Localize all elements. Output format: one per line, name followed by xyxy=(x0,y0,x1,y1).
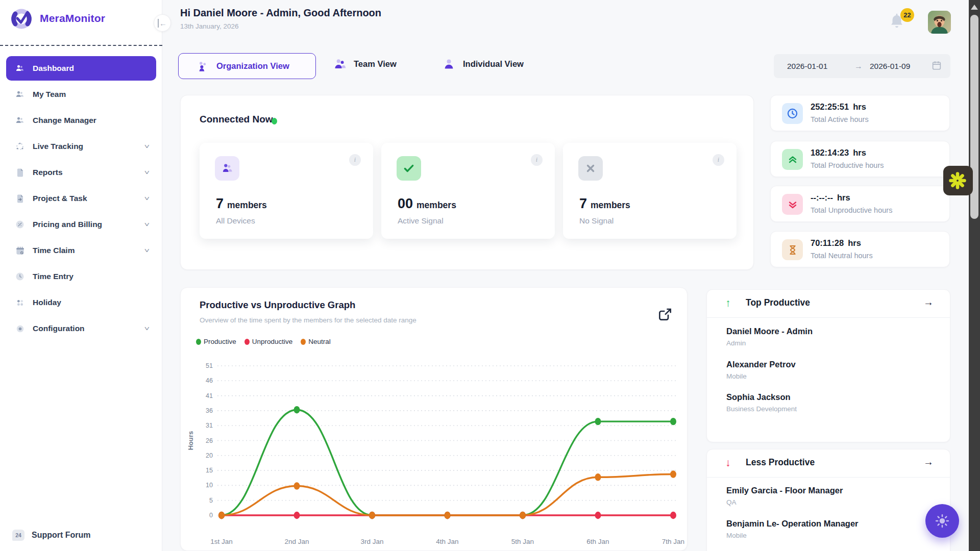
sidebar-item-time-claim[interactable]: Time Claim ˅ xyxy=(6,238,156,263)
stat-label: Total Neutral hours xyxy=(811,252,873,260)
people-icon xyxy=(215,156,239,181)
active-signal-card[interactable]: i 00members Active Signal xyxy=(381,143,555,239)
stat-value: 252:25:51hrs xyxy=(811,102,866,112)
svg-text:31: 31 xyxy=(206,422,213,429)
productive-vs-unproductive-chart-card: Productive vs Unproductive Graph Overvie… xyxy=(180,287,688,551)
list-item[interactable]: Daniel Moore - Admin Admin xyxy=(726,327,813,347)
svg-text:20: 20 xyxy=(206,452,213,459)
svg-text:36: 36 xyxy=(206,407,213,414)
sidebar-item-my-team[interactable]: My Team xyxy=(6,82,156,107)
live-tracking-icon xyxy=(14,141,26,152)
svg-text:41: 41 xyxy=(206,392,213,399)
date-range-picker[interactable]: 2026-01-01 → 2026-01-09 xyxy=(774,54,950,78)
people-icon xyxy=(14,115,26,126)
date-range-start[interactable]: 2026-01-01 xyxy=(787,62,847,71)
sidebar-nav: Dashboard My Team Change Manager xyxy=(6,56,156,342)
arrow-right-icon[interactable]: → xyxy=(923,456,934,468)
info-icon[interactable]: i xyxy=(531,154,543,166)
user-avatar[interactable] xyxy=(928,11,951,34)
member-role: Admin xyxy=(726,339,813,347)
svg-text:3rd Jan: 3rd Jan xyxy=(360,538,383,545)
less-productive-card: ↓ Less Productive → Emily Garcia - Floor… xyxy=(706,449,950,551)
stat-value: --:--:--hrs xyxy=(811,193,850,203)
tab-label: Individual View xyxy=(463,59,524,69)
member-name: Alexander Petrov xyxy=(726,360,796,369)
sidebar-item-support-forum[interactable]: 24 Support Forum xyxy=(12,530,91,541)
page-scrollbar[interactable] xyxy=(969,0,980,551)
hourglass-icon xyxy=(782,239,803,260)
line-chart: 051015202631364146511st Jan2nd Jan3rd Ja… xyxy=(185,353,688,547)
dashboard-page: MeraMonitor Dashboard My Team xyxy=(0,0,980,551)
arrow-down-icon: ↓ xyxy=(725,457,731,469)
calendar-check-icon xyxy=(14,245,26,256)
project-file-icon xyxy=(14,193,26,204)
top-productive-title: Top Productive xyxy=(746,297,810,308)
svg-text:6th Jan: 6th Jan xyxy=(586,538,609,545)
member-role: QA xyxy=(726,498,843,506)
app-logo: MeraMonitor xyxy=(9,6,105,31)
all-devices-card[interactable]: i 7members All Devices xyxy=(200,143,373,239)
clock-icon xyxy=(782,103,803,124)
sidebar-item-holiday[interactable]: Holiday xyxy=(6,290,156,315)
member-role: Business Development xyxy=(726,405,797,413)
sidebar-item-pricing-billing[interactable]: Pricing and Billing ˅ xyxy=(6,212,156,237)
sidebar-item-dashboard[interactable]: Dashboard xyxy=(6,56,156,81)
app-name: MeraMonitor xyxy=(40,12,105,24)
chevron-down-icon: ˅ xyxy=(144,169,150,177)
stat-label: Total Productive hours xyxy=(811,161,884,169)
meramonitor-logo-icon xyxy=(9,6,34,31)
online-status-dot xyxy=(272,118,277,124)
sidebar-item-label: Holiday xyxy=(33,298,61,307)
date-range-end[interactable]: 2026-01-09 xyxy=(870,62,930,71)
member-name: Benjamin Le- Operation Manager xyxy=(726,519,859,529)
floating-action-button[interactable] xyxy=(925,504,959,538)
list-item[interactable]: Emily Garcia - Floor Manager QA xyxy=(726,486,843,506)
individual-person-icon xyxy=(442,57,456,71)
list-item[interactable]: Alexander Petrov Mobile xyxy=(726,360,796,380)
top-productive-header: ↑ Top Productive → xyxy=(707,290,950,318)
asterisk-icon xyxy=(943,166,973,195)
sidebar-item-time-entry[interactable]: Time Entry xyxy=(6,264,156,289)
connected-now-title: Connected Now xyxy=(200,114,273,125)
notification-count-badge[interactable]: 22 xyxy=(900,8,914,22)
chart-legend: Productive Unproductive Neutral xyxy=(196,338,331,345)
calendar-icon[interactable] xyxy=(931,60,942,73)
info-icon[interactable]: i xyxy=(713,154,724,166)
chevron-down-icon: ˅ xyxy=(144,221,150,229)
list-item[interactable]: Benjamin Le- Operation Manager Mobile xyxy=(726,519,859,539)
card-label: Active Signal xyxy=(398,216,444,226)
total-neutral-hours-card: 70:11:28hrs Total Neutral hours xyxy=(770,231,950,267)
stat-label: Total Unproductive hours xyxy=(811,206,892,214)
sidebar-item-live-tracking[interactable]: Live Tracking ˅ xyxy=(6,134,156,159)
gear-dot-icon xyxy=(14,323,26,334)
tab-label: Organization View xyxy=(216,61,289,71)
scrollbar-up-arrow-icon[interactable] xyxy=(971,5,978,10)
sidebar-item-configuration[interactable]: Configuration ˅ xyxy=(6,316,156,341)
info-icon[interactable]: i xyxy=(349,154,361,166)
less-productive-header: ↓ Less Productive → xyxy=(707,449,950,478)
svg-text:51: 51 xyxy=(206,362,213,369)
arrow-right-icon[interactable]: → xyxy=(923,296,934,308)
sidebar-item-reports[interactable]: Reports ˅ xyxy=(6,160,156,185)
sidebar-item-change-manager[interactable]: Change Manager xyxy=(6,108,156,133)
chart-subtitle: Overview of the time spent by the member… xyxy=(200,316,416,324)
card-label: All Devices xyxy=(216,216,255,226)
organization-people-icon xyxy=(196,60,209,73)
total-unproductive-hours-card: --:--:--hrs Total Unproductive hours xyxy=(770,186,950,222)
external-link-icon[interactable] xyxy=(657,306,673,322)
side-widget-button[interactable] xyxy=(943,166,973,195)
report-file-icon xyxy=(14,167,26,178)
tab-individual-view[interactable]: Individual View xyxy=(442,57,524,71)
chevron-down-icon: ˅ xyxy=(144,143,150,151)
member-role: Mobile xyxy=(726,532,859,539)
no-signal-card[interactable]: i 7members No Signal xyxy=(563,143,737,239)
header-date: 13th January, 2026 xyxy=(180,22,239,30)
clock-icon xyxy=(14,271,26,282)
sidebar-collapse-button[interactable]: ← xyxy=(154,14,171,32)
tab-organization-view[interactable]: Organization View xyxy=(178,53,316,79)
team-people-icon xyxy=(333,57,347,71)
sidebar-item-project-task[interactable]: Project & Task ˅ xyxy=(6,186,156,211)
chart-title: Productive vs Unproductive Graph xyxy=(200,299,355,311)
list-item[interactable]: Sophia Jackson Business Development xyxy=(726,392,797,413)
tab-team-view[interactable]: Team View xyxy=(333,57,397,71)
